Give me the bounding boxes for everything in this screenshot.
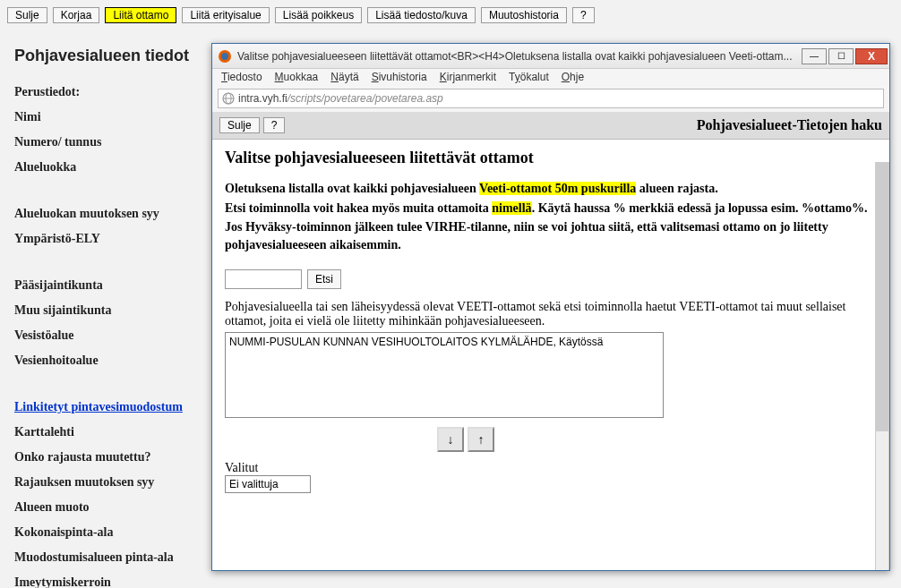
window-title: Valitse pohjavesialueeseen liitettävät o… <box>237 50 802 63</box>
menu-bookmarks[interactable]: Kirjanmerkit <box>440 71 496 83</box>
window-titlebar[interactable]: Valitse pohjavesialueeseen liitettävät o… <box>212 44 889 69</box>
intro-line-3: Jos Hyväksy-toiminnon jälkeen tulee VIRH… <box>225 218 877 253</box>
content-title: Pohjavesialueet-Tietojen haku <box>697 117 882 133</box>
add-file-button[interactable]: Lisää tiedosto/kuva <box>367 7 476 23</box>
menu-tools[interactable]: Työkalut <box>509 71 549 83</box>
search-button[interactable]: Etsi <box>307 269 341 289</box>
selected-listbox[interactable]: Ei valittuja <box>225 475 311 493</box>
scrollbar-thumb[interactable] <box>876 163 888 431</box>
add-exception-button[interactable]: Lisää poikkeus <box>275 7 362 23</box>
attach-intake-button[interactable]: Liitä ottamo <box>105 7 176 23</box>
search-row: Etsi <box>225 269 877 289</box>
menu-file[interactable]: Tiedosto <box>221 71 262 83</box>
selected-none-item: Ei valittuja <box>229 478 279 490</box>
url-input[interactable]: intra.vyh.fi/scripts/povetarea/povetarea… <box>218 89 884 108</box>
popup-inner-close-button[interactable]: Sulje <box>219 117 260 133</box>
popup-inner-help-button[interactable]: ? <box>263 117 286 133</box>
main-toolbar: Sulje Korjaa Liitä ottamo Liitä erityisa… <box>0 0 901 29</box>
intro-line-1: Oletuksena listalla ovat kaikki pohjaves… <box>225 180 877 198</box>
content-toolbar: Sulje ? Pohjavesialueet-Tietojen haku <box>212 112 889 140</box>
maximize-button[interactable]: ☐ <box>828 48 854 64</box>
globe-icon <box>222 92 235 105</box>
move-up-button[interactable]: ↑ <box>468 427 494 452</box>
search-input[interactable] <box>225 269 302 289</box>
intro-line-2: Etsi toiminnolla voit hakea myös muita o… <box>225 200 877 217</box>
listbox-item[interactable]: NUMMI-PUSULAN KUNNAN VESIHUOLTOLAITOS KY… <box>229 335 659 349</box>
menu-help[interactable]: Ohje <box>562 71 584 83</box>
url-text: intra.vyh.fi/scripts/povetarea/povetarea… <box>238 92 443 105</box>
change-history-button[interactable]: Muutoshistoria <box>481 7 567 23</box>
popup-window: Valitse pohjavesialueeseen liitettävät o… <box>211 43 890 571</box>
browser-menubar: Tiedosto Muokkaa Näytä Sivuhistoria Kirj… <box>212 69 889 87</box>
move-down-button[interactable]: ↓ <box>437 427 464 452</box>
attach-special-area-button[interactable]: Liitä erityisalue <box>182 7 269 23</box>
close-button[interactable]: Sulje <box>7 7 47 23</box>
label-infiltration-coefficient: Imeytymiskerroin <box>14 575 887 588</box>
url-bar: intra.vyh.fi/scripts/povetarea/povetarea… <box>212 87 889 112</box>
menu-history[interactable]: Sivuhistoria <box>372 71 427 83</box>
svg-point-1 <box>221 53 228 60</box>
minimize-button[interactable]: — <box>802 48 827 64</box>
window-close-button[interactable]: X <box>855 48 888 64</box>
help-button[interactable]: ? <box>572 7 595 23</box>
move-buttons: ↓ ↑ <box>246 427 685 452</box>
menu-edit[interactable]: Muokkaa <box>275 71 319 83</box>
popup-content: Sulje ? Pohjavesialueet-Tietojen haku Va… <box>212 112 889 570</box>
section-heading: Valitse pohjavesialueeseen liitettävät o… <box>225 149 877 167</box>
listbox-description: Pohjavesialueella tai sen läheisyydessä … <box>225 300 877 328</box>
menu-view[interactable]: Näytä <box>330 71 358 83</box>
firefox-icon <box>218 49 232 64</box>
selected-label: Valitut <box>225 461 877 475</box>
fix-button[interactable]: Korjaa <box>53 7 100 23</box>
vertical-scrollbar[interactable] <box>875 162 889 571</box>
window-controls: — ☐ X <box>802 48 888 64</box>
available-ottamot-listbox[interactable]: NUMMI-PUSULAN KUNNAN VESIHUOLTOLAITOS KY… <box>225 332 664 418</box>
